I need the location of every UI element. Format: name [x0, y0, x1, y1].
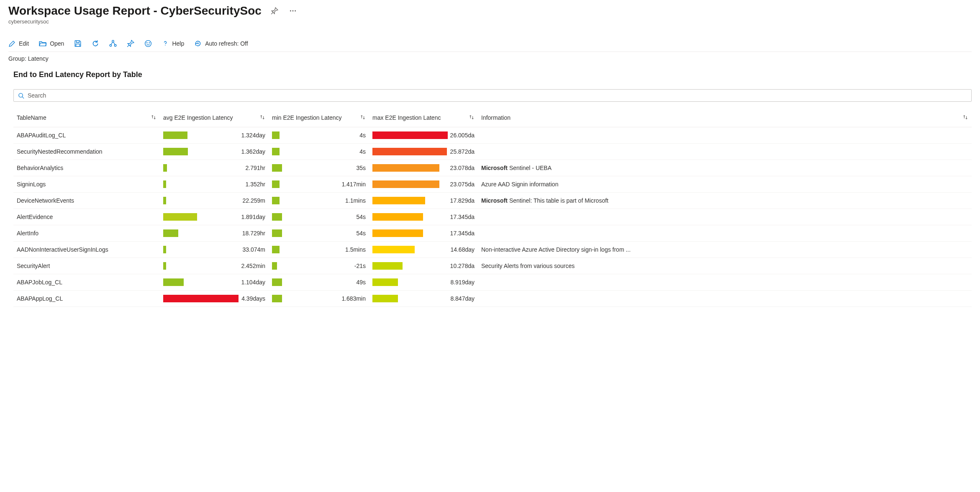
pin-toolbar-button[interactable]: [127, 40, 134, 47]
avg-bar: [163, 213, 197, 221]
sort-icon[interactable]: [469, 114, 475, 120]
min-bar: [272, 164, 282, 172]
min-bar: [272, 131, 280, 139]
toolbar: Edit Open Help Auto refresh: Off: [8, 37, 972, 52]
search-input[interactable]: [28, 92, 967, 99]
table-row[interactable]: AlertEvidence1.891day54s17.345da: [13, 209, 972, 225]
cell-info: [478, 291, 972, 307]
pin-button[interactable]: [269, 5, 280, 16]
col-header-name[interactable]: TableName: [13, 103, 160, 127]
max-value: 14.68day: [449, 246, 475, 253]
avg-value: 33.074m: [240, 246, 265, 253]
cell-avg: 1.891day: [160, 209, 269, 225]
share-button[interactable]: [109, 40, 117, 47]
table-row[interactable]: AlertInfo18.729hr54s17.345da: [13, 225, 972, 242]
open-button[interactable]: Open: [39, 40, 64, 47]
avg-bar: [163, 197, 166, 204]
svg-point-10: [19, 93, 23, 97]
min-bar: [272, 213, 282, 221]
cell-avg: 1.104day: [160, 274, 269, 291]
table-row[interactable]: SecurityNestedRecommendation1.362day4s25…: [13, 144, 972, 160]
cell-max: 17.345da: [369, 225, 478, 242]
refresh-button[interactable]: [92, 40, 99, 47]
max-value: 17.829da: [449, 197, 475, 204]
open-label: Open: [50, 40, 64, 47]
min-value: 1.683min: [285, 295, 366, 302]
max-bar: [372, 246, 415, 253]
max-value: 23.075da: [449, 181, 475, 188]
help-button[interactable]: Help: [162, 40, 184, 47]
table-row[interactable]: ABAPAppLog_CL4.39days1.683min8.847day: [13, 291, 972, 307]
cell-info: Non-interactive Azure Active Directory s…: [478, 242, 972, 258]
table-row[interactable]: SigninLogs1.352hr1.417min23.075daAzure A…: [13, 176, 972, 193]
sort-icon[interactable]: [360, 114, 366, 120]
col-header-avg[interactable]: avg E2E Ingestion Latency: [160, 103, 269, 127]
feedback-button[interactable]: [144, 40, 152, 47]
table-row[interactable]: AADNonInteractiveUserSignInLogs33.074m1.…: [13, 242, 972, 258]
history-icon: [194, 40, 202, 47]
save-button[interactable]: [74, 40, 82, 47]
avg-bar: [163, 148, 188, 155]
max-value: 25.872da: [449, 148, 475, 155]
table-row[interactable]: ABAPAuditLog_CL1.324day4s26.005da: [13, 127, 972, 144]
col-header-info[interactable]: Information: [478, 103, 972, 127]
cell-max: 17.829da: [369, 193, 478, 209]
avg-bar: [163, 278, 184, 286]
max-bar: [372, 229, 423, 237]
cell-info: Azure AAD Signin information: [478, 176, 972, 193]
max-bar: [372, 295, 398, 302]
max-bar: [372, 197, 425, 204]
cell-max: 25.872da: [369, 144, 478, 160]
min-value: 49s: [285, 279, 366, 286]
max-value: 17.345da: [449, 214, 475, 220]
cell-min: 1.5mins: [269, 242, 369, 258]
group-label: Group: Latency: [8, 55, 972, 62]
svg-point-4: [110, 44, 112, 46]
table-row[interactable]: DeviceNetworkEvents22.259m1.1mins17.829d…: [13, 193, 972, 209]
sort-icon[interactable]: [259, 114, 265, 120]
cell-max: 23.078da: [369, 160, 478, 176]
svg-point-1: [292, 10, 293, 12]
min-bar: [272, 197, 280, 204]
search-box[interactable]: [13, 89, 972, 102]
min-value: -21s: [285, 263, 366, 269]
svg-point-0: [290, 10, 291, 12]
table-row[interactable]: ABAPJobLog_CL1.104day49s8.919day: [13, 274, 972, 291]
cell-max: 8.847day: [369, 291, 478, 307]
cell-min: 1.1mins: [269, 193, 369, 209]
cell-min: 1.683min: [269, 291, 369, 307]
max-bar: [372, 262, 403, 270]
cell-min: 54s: [269, 225, 369, 242]
sort-icon[interactable]: [151, 114, 156, 120]
table-row[interactable]: BehaviorAnalytics2.791hr35s23.078daMicro…: [13, 160, 972, 176]
avg-value: 1.324day: [240, 132, 265, 139]
cell-info: Microsoft Sentinel - UEBA: [478, 160, 972, 176]
more-button[interactable]: [287, 5, 298, 16]
col-header-max[interactable]: max E2E Ingestion Latenc: [369, 103, 478, 127]
cell-max: 23.075da: [369, 176, 478, 193]
avg-value: 1.891day: [240, 214, 265, 220]
cell-info: [478, 209, 972, 225]
col-header-min[interactable]: min E2E Ingestion Latency: [269, 103, 369, 127]
cell-avg: 1.352hr: [160, 176, 269, 193]
pin-small-icon: [127, 40, 134, 47]
max-bar: [372, 148, 447, 155]
edit-button[interactable]: Edit: [8, 40, 29, 47]
cell-info: [478, 127, 972, 144]
min-value: 1.5mins: [285, 246, 366, 253]
max-value: 23.078da: [449, 165, 475, 171]
cell-min: 54s: [269, 209, 369, 225]
cell-name: ABAPAuditLog_CL: [13, 127, 160, 144]
sort-icon[interactable]: [962, 114, 968, 120]
auto-refresh-button[interactable]: Auto refresh: Off: [194, 40, 248, 47]
smile-icon: [144, 40, 152, 47]
save-icon: [74, 40, 82, 47]
cell-name: SecurityAlert: [13, 258, 160, 274]
cell-avg: 2.791hr: [160, 160, 269, 176]
cell-min: -21s: [269, 258, 369, 274]
cell-info: [478, 225, 972, 242]
cell-max: 26.005da: [369, 127, 478, 144]
table-row[interactable]: SecurityAlert2.452min-21s10.278daSecurit…: [13, 258, 972, 274]
cell-min: 4s: [269, 144, 369, 160]
avg-bar: [163, 131, 187, 139]
